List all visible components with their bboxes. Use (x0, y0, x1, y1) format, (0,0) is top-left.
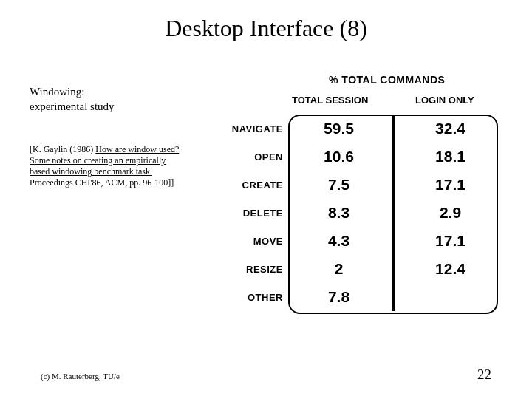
data-table-figure: % TOTAL COMMANDS TOTAL SESSION LOGIN ONL… (203, 74, 506, 311)
cell: 2 (283, 260, 395, 278)
subtitle-line1: Windowing: (30, 85, 185, 100)
table-row: OPEN 10.6 18.1 (203, 143, 506, 171)
row-label: CREATE (203, 180, 283, 191)
cell: 18.1 (395, 148, 506, 166)
cell: 32.4 (395, 120, 506, 137)
citation: [K. Gaylin (1986) How are window used? S… (30, 144, 185, 188)
table-row: MOVE 4.3 17.1 (203, 227, 506, 255)
subtitle-line2: experimental study (30, 100, 185, 115)
table-row: DELETE 8.3 2.9 (203, 199, 506, 227)
row-label: RESIZE (203, 264, 283, 275)
row-label: OTHER (203, 292, 283, 303)
cell: 17.1 (395, 232, 506, 250)
row-label: NAVIGATE (203, 123, 283, 134)
subtitle: Windowing: experimental study (30, 85, 185, 114)
footer-copyright: (c) M. Rauterberg, TU/e (41, 372, 120, 381)
cell: 10.6 (283, 148, 395, 166)
table-row: RESIZE 2 12.4 (203, 255, 506, 283)
cell: 2.9 (395, 204, 506, 222)
column-header-1: TOTAL SESSION (292, 95, 368, 106)
table-row: CREATE 7.5 17.1 (203, 171, 506, 199)
cell: 12.4 (395, 260, 506, 278)
table-header: % TOTAL COMMANDS TOTAL SESSION LOGIN ONL… (203, 74, 506, 115)
citation-prefix: [K. Gaylin (1986) (30, 144, 95, 154)
column-header-2: LOGIN ONLY (415, 95, 474, 106)
cell: 7.8 (283, 288, 395, 306)
table-body: NAVIGATE 59.5 32.4 OPEN 10.6 18.1 CREATE… (203, 115, 506, 311)
cell: 7.5 (283, 176, 395, 194)
row-label: DELETE (203, 208, 283, 219)
page-number: 22 (477, 366, 491, 383)
slide-title: Desktop Interface (8) (0, 15, 532, 42)
table-row: OTHER 7.8 (203, 283, 506, 311)
cell: 59.5 (283, 120, 395, 137)
table-row: NAVIGATE 59.5 32.4 (203, 115, 506, 143)
row-label: OPEN (203, 151, 283, 163)
table-title: % TOTAL COMMANDS (329, 74, 445, 86)
citation-suffix: Proceedings CHI'86, ACM, pp. 96-100]] (30, 177, 174, 188)
cell: 8.3 (283, 204, 395, 222)
cell: 17.1 (395, 176, 506, 194)
cell: 4.3 (283, 232, 395, 250)
row-label: MOVE (203, 236, 283, 247)
